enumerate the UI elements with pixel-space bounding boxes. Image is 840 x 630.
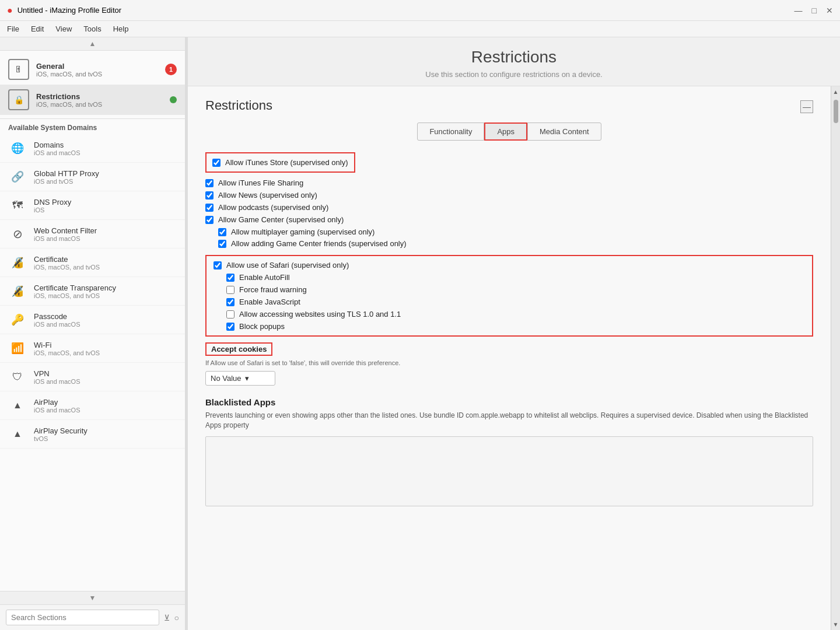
dns-proxy-icon: 🗺 [8, 196, 27, 215]
clear-search-icon[interactable]: ○ [174, 613, 179, 622]
scrollbar-thumb[interactable] [834, 100, 838, 123]
tab-apps[interactable]: Apps [484, 123, 527, 141]
profile-items: 🎚 General iOS, macOS, and tvOS 1 🔒 Restr… [0, 51, 185, 119]
passcode-text: Passcode iOS and macOS [34, 312, 177, 328]
close-button[interactable]: ✕ [826, 6, 833, 15]
minimize-button[interactable]: — [794, 6, 803, 15]
dropdown-arrow-icon: ▾ [245, 374, 249, 383]
allow-itunes-store-box: Allow iTunes Store (supervised only) [205, 152, 355, 173]
sidebar-scroll: 🎚 General iOS, macOS, and tvOS 1 🔒 Restr… [0, 51, 185, 591]
allow-multiplayer-checkbox[interactable] [218, 228, 226, 236]
sidebar-item-domains[interactable]: 🌐 Domains iOS and macOS [0, 134, 185, 163]
blacklisted-apps-section: Blacklisted Apps Prevents launching or e… [205, 397, 813, 506]
sidebar-item-wifi[interactable]: 📶 Wi-Fi iOS, macOS, and tvOS [0, 334, 185, 363]
sidebar-scroll-up[interactable]: ▲ [89, 40, 96, 48]
blacklisted-desc: Prevents launching or even showing apps … [205, 411, 813, 430]
force-fraud-warning-checkbox[interactable] [226, 286, 235, 294]
domains-text: Domains iOS and macOS [34, 141, 177, 156]
allow-adding-friends-checkbox[interactable] [218, 240, 226, 248]
certificate-sub: iOS, macOS, and tvOS [34, 264, 177, 271]
tab-functionality[interactable]: Functionality [417, 123, 484, 141]
domains-sub: iOS and macOS [34, 149, 177, 156]
force-fraud-warning-label: Force fraud warning [239, 285, 307, 294]
tabs-row: Functionality Apps Media Content [205, 123, 813, 141]
allow-news-checkbox[interactable] [205, 191, 214, 200]
dns-proxy-name: DNS Proxy [34, 198, 177, 206]
sidebar-search-bar: ⊻ ○ [0, 604, 185, 630]
sidebar-item-global-http[interactable]: 🔗 Global HTTP Proxy iOS and tvOS [0, 163, 185, 191]
content-header: Restrictions Use this section to configu… [188, 37, 840, 86]
global-http-name: Global HTTP Proxy [34, 169, 177, 178]
allow-safari-item: Allow use of Safari (supervised only) [214, 261, 805, 270]
cert-transparency-icon: 🔏 [8, 282, 27, 300]
titlebar: ● Untitled - iMazing Profile Editor — □ … [0, 0, 840, 21]
allow-game-center-checkbox[interactable] [205, 216, 214, 224]
allow-podcasts-checkbox[interactable] [205, 204, 214, 212]
collapse-button[interactable]: — [800, 100, 813, 113]
certificate-text: Certificate iOS, macOS, and tvOS [34, 255, 177, 271]
domain-list: 🌐 Domains iOS and macOS 🔗 Global HTTP Pr… [0, 134, 185, 449]
restrictions-name: Restrictions [36, 92, 170, 101]
allow-adding-friends-label: Allow adding Game Center friends (superv… [231, 239, 407, 248]
dns-proxy-sub: iOS [34, 206, 177, 214]
allow-safari-label: Allow use of Safari (supervised only) [226, 261, 349, 270]
sidebar-item-web-content[interactable]: ⊘ Web Content Filter iOS and macOS [0, 220, 185, 249]
available-domains-header: Available System Domains [0, 119, 185, 134]
enable-autofill-checkbox[interactable] [226, 274, 235, 282]
certificate-icon: 🔏 [8, 253, 27, 272]
cert-transparency-text: Certificate Transparency iOS, macOS, and… [34, 284, 177, 299]
sidebar-item-airplay[interactable]: ▲ AirPlay iOS and macOS [0, 391, 185, 420]
menu-help[interactable]: Help [113, 24, 129, 33]
sidebar-item-general[interactable]: 🎚 General iOS, macOS, and tvOS 1 [0, 54, 185, 85]
menu-view[interactable]: View [55, 24, 72, 33]
allow-tls-checkbox[interactable] [226, 310, 235, 318]
general-badge: 1 [165, 64, 177, 75]
accept-cookies-value: No Value [211, 374, 242, 383]
airplay-name: AirPlay [34, 398, 177, 407]
tab-media-content[interactable]: Media Content [527, 123, 601, 141]
general-icon: 🎚 [8, 59, 29, 80]
sidebar-item-certificate[interactable]: 🔏 Certificate iOS, macOS, and tvOS [0, 249, 185, 277]
sidebar-item-cert-transparency[interactable]: 🔏 Certificate Transparency iOS, macOS, a… [0, 277, 185, 306]
sidebar-item-restrictions[interactable]: 🔒 Restrictions iOS, macOS, and tvOS [0, 85, 185, 115]
allow-itunes-file-sharing-item: Allow iTunes File Sharing [205, 178, 813, 187]
airplay-security-icon: ▲ [8, 425, 27, 443]
menu-file[interactable]: File [7, 24, 19, 33]
sidebar-item-vpn[interactable]: 🛡 VPN iOS and macOS [0, 363, 185, 391]
titlebar-left: ● Untitled - iMazing Profile Editor [7, 5, 121, 16]
accept-cookies-section: Accept cookies If Allow use of Safari is… [205, 342, 813, 386]
scroll-up-arrow[interactable]: ▲ [831, 86, 840, 97]
block-popups-item: Block popups [226, 322, 805, 331]
maximize-button[interactable]: □ [812, 6, 817, 15]
passcode-name: Passcode [34, 312, 177, 321]
menu-edit[interactable]: Edit [31, 24, 44, 33]
sidebar-item-passcode[interactable]: 🔑 Passcode iOS and macOS [0, 306, 185, 334]
web-content-name: Web Content Filter [34, 226, 177, 235]
sidebar: ▲ 🎚 General iOS, macOS, and tvOS 1 [0, 37, 186, 630]
allow-tls-label: Allow accessing websites using TLS 1.0 a… [239, 310, 401, 318]
accept-cookies-dropdown[interactable]: No Value ▾ [205, 371, 275, 386]
menubar: File Edit View Tools Help [0, 21, 840, 37]
scroll-down-arrow[interactable]: ▼ [831, 619, 840, 630]
blacklisted-area [205, 436, 813, 506]
search-input[interactable] [6, 610, 159, 625]
menu-tools[interactable]: Tools [83, 24, 101, 33]
sidebar-item-dns-proxy[interactable]: 🗺 DNS Proxy iOS [0, 191, 185, 220]
allow-itunes-store-item: Allow iTunes Store (supervised only) [212, 158, 348, 167]
allow-safari-checkbox[interactable] [214, 261, 222, 270]
wifi-name: Wi-Fi [34, 341, 177, 349]
allow-itunes-store-label: Allow iTunes Store (supervised only) [225, 158, 348, 167]
block-popups-checkbox[interactable] [226, 323, 235, 331]
global-http-sub: iOS and tvOS [34, 178, 177, 185]
safari-sub: Enable AutoFill Force fraud warning Enab… [214, 273, 805, 331]
allow-news-item: Allow News (supervised only) [205, 191, 813, 200]
allow-itunes-store-checkbox[interactable] [212, 159, 220, 167]
sidebar-scroll-down[interactable]: ▼ [89, 594, 96, 602]
passcode-sub: iOS and macOS [34, 321, 177, 328]
vpn-sub: iOS and macOS [34, 378, 177, 385]
allow-itunes-file-sharing-checkbox[interactable] [205, 179, 214, 187]
enable-javascript-checkbox[interactable] [226, 298, 235, 306]
section-title-text: Restrictions [205, 98, 272, 113]
filter-icon[interactable]: ⊻ [164, 613, 170, 622]
sidebar-item-airplay-security[interactable]: ▲ AirPlay Security tvOS [0, 420, 185, 449]
